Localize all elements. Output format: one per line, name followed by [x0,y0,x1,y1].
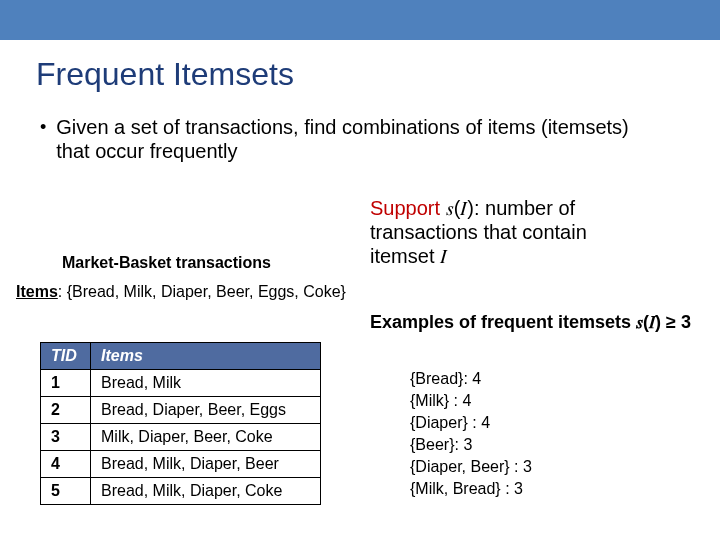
freq-item: {Diaper, Beer} : 3 [410,456,532,478]
bullet-icon: • [40,115,46,139]
table-row: 1 Bread, Milk [41,370,321,397]
items-list: : {Bread, Milk, Diaper, Beer, Eggs, Coke… [58,283,346,300]
support-word: Support [370,197,440,219]
examples-heading: Examples of frequent itemsets 𝑠(𝐼) ≥ 3 [370,312,691,333]
cell-items: Bread, Milk [91,370,321,397]
cell-tid: 2 [41,397,91,424]
header-items: Items [91,343,321,370]
support-definition: Support 𝑠(𝐼): number of transactions tha… [370,196,587,268]
table-row: 2 Bread, Diaper, Beer, Eggs [41,397,321,424]
bullet-text: Given a set of transactions, find combin… [56,115,660,163]
table-row: 5 Bread, Milk, Diaper, Coke [41,478,321,505]
support-sofi: 𝑠(𝐼): [446,197,480,219]
slide-title: Frequent Itemsets [36,56,720,93]
examples-prefix: Examples of frequent itemsets [370,312,636,332]
cell-items: Milk, Diaper, Beer, Coke [91,424,321,451]
support-rest1: number of [480,197,576,219]
support-line-1: Support 𝑠(𝐼): number of [370,196,587,220]
freq-item: {Diaper} : 4 [410,412,532,434]
examples-cond: 𝑠(𝐼) ≥ 3 [636,312,691,332]
table-row: 3 Milk, Diaper, Beer, Coke [41,424,321,451]
freq-item: {Milk} : 4 [410,390,532,412]
cell-tid: 4 [41,451,91,478]
frequent-itemsets-list: {Bread}: 4 {Milk} : 4 {Diaper} : 4 {Beer… [410,368,532,500]
table-row: 4 Bread, Milk, Diaper, Beer [41,451,321,478]
header-tid: TID [41,343,91,370]
cell-tid: 1 [41,370,91,397]
cell-tid: 3 [41,424,91,451]
top-accent-bar [0,0,720,40]
freq-item: {Milk, Bread} : 3 [410,478,532,500]
freq-item: {Beer}: 3 [410,434,532,456]
items-word: Items [16,283,58,300]
bullet-item: • Given a set of transactions, find comb… [40,115,660,163]
market-basket-label: Market-Basket transactions [62,254,271,272]
cell-items: Bread, Milk, Diaper, Beer [91,451,321,478]
support-line-3: itemset 𝐼 [370,244,587,268]
items-line: Items: {Bread, Milk, Diaper, Beer, Eggs,… [16,283,346,301]
cell-items: Bread, Diaper, Beer, Eggs [91,397,321,424]
table-header-row: TID Items [41,343,321,370]
support-line-2: transactions that contain [370,220,587,244]
cell-items: Bread, Milk, Diaper, Coke [91,478,321,505]
cell-tid: 5 [41,478,91,505]
transactions-table: TID Items 1 Bread, Milk 2 Bread, Diaper,… [40,342,321,505]
freq-item: {Bread}: 4 [410,368,532,390]
